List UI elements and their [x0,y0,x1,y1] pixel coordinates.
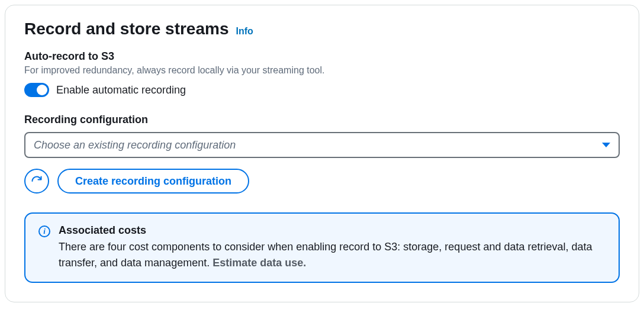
button-row: Create recording configuration [24,169,620,194]
associated-costs-box: i Associated costs There are four cost c… [24,212,620,283]
panel-header: Record and store streams Info [24,20,620,38]
auto-record-description: For improved redundancy, always record l… [24,65,620,76]
select-placeholder: Choose an existing recording configurati… [34,139,236,152]
panel-title: Record and store streams [24,20,228,38]
create-config-button[interactable]: Create recording configuration [57,169,249,194]
caret-down-icon [602,143,610,147]
recording-config-section: Recording configuration Choose an existi… [24,114,620,158]
auto-record-toggle[interactable] [24,83,49,97]
refresh-icon [31,175,43,187]
info-box-title: Associated costs [59,224,606,237]
auto-record-section: Auto-record to S3 For improved redundanc… [24,50,620,97]
toggle-knob [37,85,47,95]
info-box-text: There are four cost components to consid… [59,241,593,269]
estimate-data-use-link[interactable]: Estimate data use. [212,257,306,269]
info-icon: i [38,225,50,237]
create-config-label: Create recording configuration [75,175,231,188]
info-box-body: There are four cost components to consid… [59,239,606,271]
record-store-panel: Record and store streams Info Auto-recor… [5,5,639,302]
recording-config-label: Recording configuration [24,114,620,126]
info-content: Associated costs There are four cost com… [59,224,606,271]
auto-record-label: Auto-record to S3 [24,50,620,63]
info-icon-wrap: i [38,224,50,271]
recording-config-select[interactable]: Choose an existing recording configurati… [24,132,620,158]
toggle-row: Enable automatic recording [24,83,620,97]
toggle-label: Enable automatic recording [56,84,186,96]
info-link[interactable]: Info [236,26,253,37]
refresh-button[interactable] [24,169,49,194]
